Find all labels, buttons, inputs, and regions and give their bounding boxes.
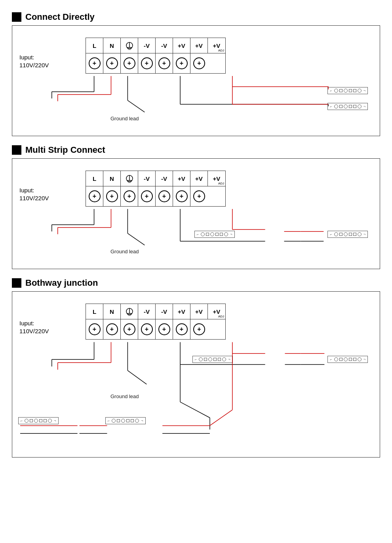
title-bullet-1 xyxy=(12,12,21,22)
terminal-minusV2-1: -V xyxy=(156,38,173,53)
terminal-L-1: L xyxy=(86,38,103,53)
t3-body-pv1: + xyxy=(173,319,190,339)
t3-mv1: -V xyxy=(138,304,156,319)
t2-mv1: -V xyxy=(138,171,156,186)
terminal-body-N-1: + xyxy=(103,53,121,73)
t3-body-N: + xyxy=(103,319,121,339)
t3-gnd xyxy=(121,304,138,319)
terminal-plusV2-1: +V xyxy=(190,38,208,53)
terminal-body-pv1-1: + xyxy=(173,53,190,73)
led-strip-1-bottom: ⌐ ¬ xyxy=(327,103,368,110)
t2-body-N: + xyxy=(103,186,121,206)
terminal-body-pv2-1: + xyxy=(190,53,208,73)
t2-body-pv1: + xyxy=(173,186,190,206)
svg-line-12 xyxy=(127,101,145,112)
t2-gnd xyxy=(121,171,138,186)
terminal-gnd-1 xyxy=(121,38,138,53)
diagram-box-3: Iuput: 110V/220V L N xyxy=(12,291,380,458)
t3-body-pv2: + xyxy=(190,319,208,339)
led-strip-3c: ⌐ ¬ xyxy=(18,416,59,424)
terminal-body-L-1: + xyxy=(86,53,103,73)
t3-mv2: -V xyxy=(156,304,173,319)
terminal-body-mv2-1: + xyxy=(156,53,173,73)
t3-body-mv1: + xyxy=(138,319,156,339)
t3-pv1: +V xyxy=(173,304,190,319)
t2-pv-adj: +VADJ xyxy=(208,171,225,186)
t2-pv1: +V xyxy=(173,171,190,186)
terminal-block-3: L N -V -V +V +V xyxy=(86,304,226,340)
led-strip-1-top: ⌐ ¬ xyxy=(327,87,368,94)
t2-mv2: -V xyxy=(156,171,173,186)
led-strip-3b: ⌐ ¬ xyxy=(327,355,368,363)
t2-body-mv2: + xyxy=(156,186,173,206)
t3-body-gnd: + xyxy=(121,319,138,339)
section-title-multi-strip: Multi Strip Connect xyxy=(12,145,380,155)
terminal-plusV1-1: +V xyxy=(173,38,190,53)
input-label-2: Iuput: 110V/220V xyxy=(19,186,49,202)
terminal-minusV1-1: -V xyxy=(138,38,156,53)
title-bullet-3 xyxy=(12,278,21,288)
ground-lead-label-1: Ground lead xyxy=(110,115,139,122)
t2-body-gnd: + xyxy=(121,186,138,206)
t3-L: L xyxy=(86,304,103,319)
t3-pv-adj: +VADJ xyxy=(208,304,225,319)
t2-body-mv1: + xyxy=(138,186,156,206)
diagram-box-1: Iuput: 110V/220V L N xyxy=(12,25,380,136)
terminal-plusV-adj-1: +VADJ xyxy=(208,38,225,53)
t3-N: N xyxy=(103,304,121,319)
led-strip-3a: ⌐ ¬ xyxy=(192,355,233,363)
section-multi-strip: Multi Strip Connect Iuput: 110V/220V L N xyxy=(12,145,380,269)
led-strip-2a: ⌐ ¬ xyxy=(194,231,235,238)
led-strip-3d: ⌐ ¬ xyxy=(105,416,146,424)
section-bothway: Bothway junction Iuput: 110V/220V L N xyxy=(12,278,380,458)
input-label-1: Iuput: 110V/220V xyxy=(19,53,49,69)
led-strip-2b: ⌐ ¬ xyxy=(327,231,368,238)
t2-pv2: +V xyxy=(190,171,208,186)
t2-body-L: + xyxy=(86,186,103,206)
diagram-box-2: Iuput: 110V/220V L N xyxy=(12,158,380,269)
terminal-body-mv1-1: + xyxy=(138,53,156,73)
svg-line-54 xyxy=(127,370,147,384)
svg-line-64 xyxy=(180,402,210,418)
terminal-N-1: N xyxy=(103,38,121,53)
t2-body-pv2: + xyxy=(190,186,208,206)
t3-pv2: +V xyxy=(190,304,208,319)
t2-N: N xyxy=(103,171,121,186)
section-title-connect-directly: Connect Directly xyxy=(12,12,380,22)
t3-body-mv2: + xyxy=(156,319,173,339)
title-bullet-2 xyxy=(12,145,21,155)
terminal-body-gnd-1: + xyxy=(121,53,138,73)
section-title-bothway: Bothway junction xyxy=(12,278,380,288)
t3-body-L: + xyxy=(86,319,103,339)
svg-line-67 xyxy=(210,410,232,426)
ground-lead-label-2: Ground lead xyxy=(110,248,139,255)
ground-lead-label-3: Ground lead xyxy=(110,393,139,400)
input-label-3: Iuput: 110V/220V xyxy=(19,319,49,335)
t2-L: L xyxy=(86,171,103,186)
terminal-block-2: L N -V -V +V +V xyxy=(86,171,226,207)
section-connect-directly: Connect Directly Iuput: 110V/220V L N xyxy=(12,12,380,136)
svg-line-33 xyxy=(127,234,145,245)
terminal-block-1: L N -V -V +V +V xyxy=(86,38,226,74)
